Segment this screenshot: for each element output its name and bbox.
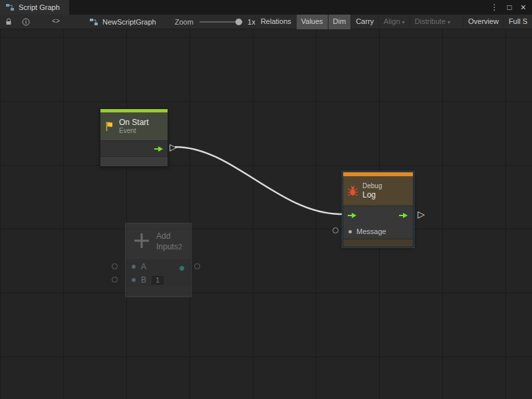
input-row-b[interactable]: B 1 [126, 273, 191, 287]
input-a-label: A [141, 262, 146, 271]
carry-button[interactable]: Carry [350, 15, 378, 29]
input-b-label: B [141, 275, 146, 285]
info-icon[interactable] [22, 18, 30, 26]
distribute-label: Distribute [415, 17, 446, 25]
values-button[interactable]: Values [296, 15, 328, 29]
overview-button[interactable]: Overview [463, 15, 503, 29]
flow-output-arrow-icon[interactable] [398, 211, 409, 219]
value-port-dot[interactable] [132, 265, 136, 269]
output-port-ring[interactable] [194, 263, 200, 269]
graph-asset-icon [89, 18, 98, 26]
graph-canvas[interactable]: On Start Event ▷ Debug Log [0, 29, 532, 399]
node-category: Debug [362, 182, 382, 190]
chevron-down-icon: ▾ [402, 19, 405, 25]
graph-name[interactable]: NewScriptGraph [102, 18, 156, 26]
close-icon[interactable]: × [521, 3, 526, 12]
plus-icon [132, 231, 151, 250]
node-footer [100, 156, 168, 166]
input-b-value-field[interactable]: 1 [152, 276, 164, 285]
distribute-button: Distribute▾ [410, 15, 455, 29]
node-on-start[interactable]: On Start Event [100, 108, 168, 167]
node-footer [343, 239, 413, 247]
message-port-label: Message [356, 227, 386, 235]
tab-title: Script Graph [19, 3, 60, 11]
flag-icon [104, 121, 115, 132]
control-wire[interactable] [176, 147, 341, 214]
edit-source-icon[interactable]: <> [52, 18, 60, 25]
output-port-triangle[interactable]: ▷ [418, 209, 425, 219]
dim-button[interactable]: Dim [328, 15, 351, 29]
graph-toolbar: <> NewScriptGraph Zoom 1x Relations Valu… [0, 15, 532, 29]
flow-output-arrow-icon[interactable] [154, 145, 164, 153]
output-port-triangle[interactable]: ▷ [170, 142, 177, 152]
node-title: Log [362, 190, 382, 200]
maximize-icon[interactable]: □ [507, 3, 512, 11]
connection-layer [0, 29, 532, 399]
ghost-node-title: Add Inputs [156, 231, 188, 252]
relations-button[interactable]: Relations [255, 15, 296, 29]
fullscreen-button[interactable]: Full S [503, 15, 532, 29]
node-subtitle: Event [119, 127, 149, 135]
zoom-value: 1x [247, 18, 255, 26]
zoom-slider[interactable] [200, 21, 243, 23]
message-input-port-ring[interactable] [332, 227, 338, 233]
ghost-input-count: 2 [178, 243, 182, 251]
node-footer [126, 287, 191, 295]
flow-input-arrow-icon[interactable] [347, 211, 358, 219]
ghost-node-group: Add Inputs 2 A B 1 [106, 221, 213, 309]
window-title-bar: Script Graph ⋮ □ × [0, 0, 532, 15]
zoom-slider-thumb[interactable] [235, 19, 242, 25]
script-graph-icon [5, 3, 15, 11]
lock-icon[interactable] [5, 18, 13, 26]
result-port-dot[interactable] [180, 266, 184, 271]
node-add-inputs-ghost[interactable]: Add Inputs 2 A B 1 [125, 223, 192, 297]
node-debug-log[interactable]: Debug Log Message [342, 172, 414, 247]
input-port-ring[interactable] [112, 263, 118, 269]
tab-script-graph[interactable]: Script Graph [0, 0, 69, 15]
align-label: Align [384, 17, 400, 25]
value-port-dot[interactable] [132, 278, 136, 282]
node-title: On Start [119, 118, 149, 127]
bug-icon [347, 186, 358, 197]
input-port-ring[interactable] [112, 277, 118, 283]
chevron-down-icon: ▾ [448, 19, 450, 25]
window-menu-icon[interactable]: ⋮ [491, 3, 499, 11]
value-port-dot[interactable] [348, 230, 352, 233]
align-button: Align▾ [378, 15, 409, 29]
zoom-label: Zoom [175, 18, 194, 26]
